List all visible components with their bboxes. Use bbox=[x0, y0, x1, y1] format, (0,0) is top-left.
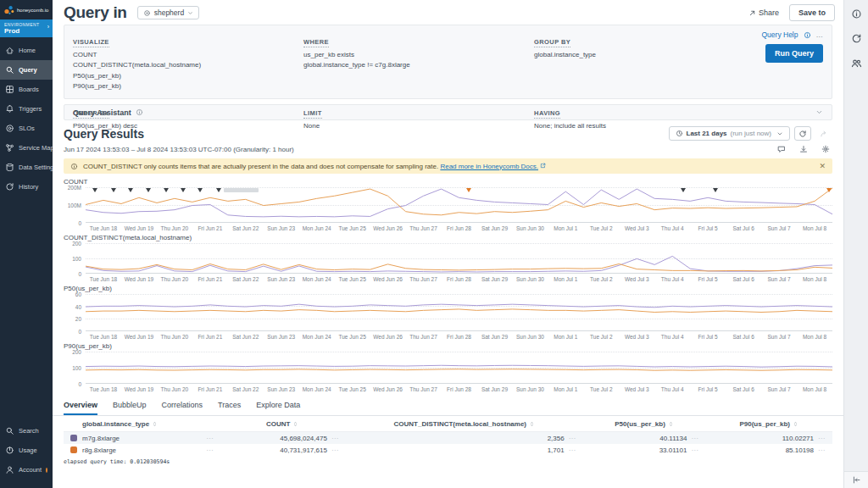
x-axis-label: Wed Jul 3 bbox=[619, 225, 654, 231]
sidebar-item-query[interactable]: Query bbox=[0, 60, 53, 80]
sidebar-item-data-settings[interactable]: Data Settings bbox=[0, 158, 53, 177]
x-axis-label: Fri Jun 28 bbox=[442, 334, 477, 340]
query-clause-visualize[interactable]: VISUALIZECOUNTCOUNT_DISTINCT(meta.local_… bbox=[73, 32, 292, 92]
chart-plot-area[interactable] bbox=[86, 187, 832, 223]
x-axis-label: Tue Jun 18 bbox=[86, 386, 121, 392]
x-axis-label: Tue Jul 2 bbox=[583, 225, 619, 231]
cell-menu-icon[interactable]: ⋯ bbox=[331, 446, 339, 454]
collapse-panel-button[interactable] bbox=[844, 471, 868, 488]
chart-count[interactable]: COUNT 200M100M0 Tue Jun 18Wed Jun 19Thu … bbox=[64, 178, 832, 231]
history-rail-button[interactable] bbox=[851, 32, 862, 47]
tab-overview[interactable]: Overview bbox=[64, 401, 97, 415]
x-axis-label: Thu Jul 4 bbox=[654, 334, 690, 340]
sidebar-item-slos[interactable]: SLOs bbox=[0, 119, 53, 138]
dataset-selector[interactable]: shepherd bbox=[137, 6, 199, 19]
sidebar-item-usage[interactable]: Usage bbox=[0, 441, 53, 460]
chart-p50-us-per-kb[interactable]: P50(us_per_kb) 6040200 Tue Jun 18Wed Jun… bbox=[64, 285, 832, 340]
banner-docs-link[interactable]: Read more in Honeycomb Docs. bbox=[440, 163, 538, 170]
query-builder-panel: VISUALIZECOUNTCOUNT_DISTINCT(meta.local_… bbox=[64, 25, 832, 99]
sidebar-item-boards[interactable]: Boards bbox=[0, 80, 53, 99]
chart-count-distinct-meta-local-hostname[interactable]: COUNT_DISTINCT(meta.local_hostname) 2001… bbox=[64, 234, 832, 282]
sidebar-item-history[interactable]: History bbox=[0, 177, 53, 197]
more-options-icon[interactable]: … bbox=[816, 30, 824, 39]
tab-correlations[interactable]: Correlations bbox=[162, 401, 203, 415]
comment-icon[interactable] bbox=[777, 145, 786, 153]
cell-menu-icon[interactable]: ⋯ bbox=[569, 446, 576, 454]
x-axis-label: Mon Jun 24 bbox=[299, 386, 335, 392]
cell-menu-icon[interactable]: ⋯ bbox=[818, 446, 826, 454]
query-clause-where[interactable]: WHEREus_per_kb existsglobal.instance_typ… bbox=[303, 32, 522, 92]
deploy-marker[interactable] bbox=[128, 188, 133, 192]
external-link-icon bbox=[540, 163, 546, 169]
share-button[interactable]: Share bbox=[748, 8, 779, 17]
deploy-marker[interactable] bbox=[466, 188, 471, 192]
deploy-marker[interactable] bbox=[164, 188, 169, 192]
logo[interactable]: honeycomb.io bbox=[0, 0, 53, 19]
sidebar-item-home[interactable]: Home bbox=[0, 41, 53, 60]
deploy-marker[interactable] bbox=[216, 188, 221, 192]
chevron-down-icon bbox=[187, 10, 193, 16]
cell-menu-icon[interactable]: ⋯ bbox=[818, 435, 826, 442]
x-axis-label: Tue Jun 25 bbox=[335, 334, 370, 340]
chart-p90-us-per-kb[interactable]: P90(us_per_kb) 2001000 Tue Jun 18Wed Jun… bbox=[64, 342, 832, 392]
query-clause-group_by[interactable]: GROUP BYglobal.instance_type bbox=[534, 32, 764, 92]
tab-bubbleup[interactable]: BubbleUp bbox=[113, 401, 147, 415]
column-header-p50-us-per-kb[interactable]: P50(us_per_kb) bbox=[583, 420, 706, 428]
gear-icon[interactable] bbox=[821, 145, 830, 153]
column-header-p90-us-per-kb[interactable]: P90(us_per_kb) bbox=[705, 420, 832, 428]
deploy-marker[interactable] bbox=[826, 188, 832, 192]
x-axis-label: Sun Jun 30 bbox=[512, 276, 548, 282]
deploy-marker[interactable] bbox=[92, 188, 97, 192]
query-help-link[interactable]: Query Help … bbox=[762, 30, 824, 39]
table-row-m7g-8xlarge[interactable]: m7g.8xlarge⋯ 45,698,024,475⋯2,356⋯40.111… bbox=[64, 432, 832, 444]
deploy-marker[interactable] bbox=[713, 188, 718, 192]
x-axis-label: Wed Jun 19 bbox=[121, 334, 157, 340]
tab-explore-data[interactable]: Explore Data bbox=[256, 401, 300, 415]
cell-menu-icon[interactable]: ⋯ bbox=[691, 435, 698, 442]
deploy-marker[interactable] bbox=[198, 188, 203, 192]
chart-plot-area[interactable] bbox=[86, 294, 832, 331]
x-axis-label: Sun Jun 23 bbox=[264, 386, 299, 392]
sidebar-item-service-map[interactable]: Service Map bbox=[0, 138, 53, 158]
save-to-button[interactable]: Save to bbox=[789, 4, 835, 21]
deploy-marker[interactable] bbox=[146, 188, 151, 192]
tab-traces[interactable]: Traces bbox=[218, 401, 241, 415]
query-clause-order_by[interactable]: ORDER BYP90(us_per_kb) desc bbox=[73, 103, 292, 131]
people-rail-button[interactable] bbox=[851, 57, 862, 72]
run-query-button[interactable]: Run Query bbox=[765, 44, 823, 63]
table-body: m7g.8xlarge⋯ 45,698,024,475⋯2,356⋯40.111… bbox=[64, 432, 832, 456]
x-axis-label: Tue Jul 2 bbox=[583, 334, 619, 340]
download-icon[interactable] bbox=[799, 145, 808, 153]
x-axis-label: Mon Jul 1 bbox=[548, 225, 583, 231]
banner-close-icon[interactable]: ✕ bbox=[819, 162, 826, 170]
cell-menu-icon[interactable]: ⋯ bbox=[206, 435, 214, 442]
dataset-name: shepherd bbox=[154, 8, 184, 17]
cell-menu-icon[interactable]: ⋯ bbox=[331, 435, 339, 442]
deploy-marker[interactable] bbox=[111, 188, 116, 192]
info-icon bbox=[851, 8, 862, 19]
column-header-global-instance-type[interactable]: global.instance_type bbox=[64, 420, 219, 428]
x-axis-label: Sun Jun 30 bbox=[512, 386, 548, 392]
boards-icon bbox=[5, 85, 14, 94]
cell-menu-icon[interactable]: ⋯ bbox=[691, 446, 698, 454]
y-axis-label: 40 bbox=[75, 304, 81, 310]
info-rail-button[interactable] bbox=[851, 8, 862, 23]
chart-plot-area[interactable] bbox=[86, 352, 832, 384]
sidebar-item-triggers[interactable]: Triggers bbox=[0, 99, 53, 119]
x-axis-label: Sat Jul 6 bbox=[726, 276, 761, 282]
cell-menu-icon[interactable]: ⋯ bbox=[569, 435, 576, 442]
column-header-count[interactable]: COUNT bbox=[219, 420, 346, 428]
table-row-r8g-8xlarge[interactable]: r8g.8xlarge⋯ 40,731,917,615⋯1,701⋯33.011… bbox=[64, 444, 832, 456]
deploy-marker[interactable] bbox=[681, 188, 686, 192]
environment-switcher[interactable]: ENVIRONMENT Prod › bbox=[0, 19, 53, 37]
y-axis-label: 0 bbox=[78, 329, 81, 335]
chart-plot-area[interactable] bbox=[86, 243, 832, 274]
query-clause-limit[interactable]: LIMITNone bbox=[303, 103, 522, 131]
right-rail bbox=[843, 0, 868, 488]
sidebar-item-account[interactable]: Account bbox=[0, 460, 53, 480]
column-header-count-distinct-meta-local-hostname[interactable]: COUNT_DISTINCT(meta.local_hostname) bbox=[346, 420, 583, 428]
sidebar-item-search[interactable]: Search bbox=[0, 421, 53, 441]
query-clause-having[interactable]: HAVINGNone; include all results bbox=[534, 103, 764, 131]
deploy-marker[interactable] bbox=[181, 188, 186, 192]
cell-menu-icon[interactable]: ⋯ bbox=[206, 446, 214, 454]
